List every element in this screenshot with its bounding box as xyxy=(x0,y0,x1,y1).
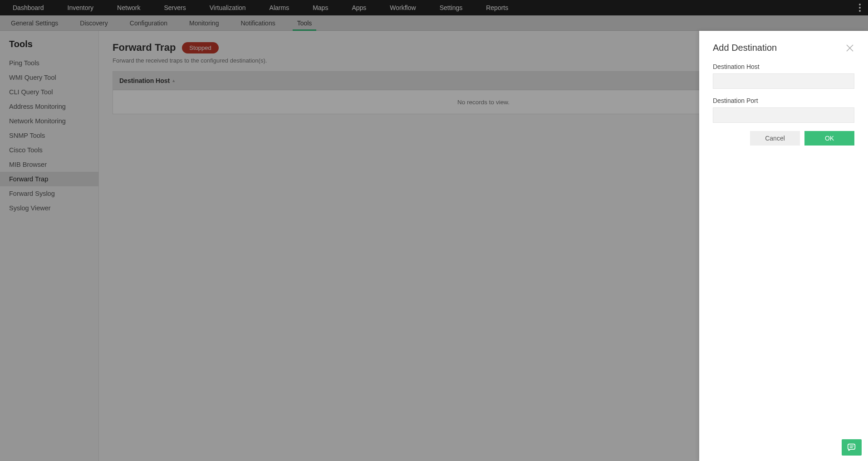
destination-port-label: Destination Port xyxy=(713,97,854,104)
destination-host-input[interactable] xyxy=(713,73,854,89)
panel-title: Add Destination xyxy=(713,43,777,53)
panel-header: Add Destination xyxy=(713,43,854,53)
ok-button[interactable]: OK xyxy=(804,131,854,146)
panel-actions: Cancel OK xyxy=(713,131,854,146)
add-destination-panel: Add Destination Destination Host Destina… xyxy=(699,31,868,461)
destination-port-input[interactable] xyxy=(713,107,854,123)
form-group-port: Destination Port xyxy=(713,97,854,123)
cancel-button[interactable]: Cancel xyxy=(750,131,800,146)
form-group-host: Destination Host xyxy=(713,63,854,89)
modal-overlay[interactable] xyxy=(0,0,699,461)
destination-host-label: Destination Host xyxy=(713,63,854,70)
chat-icon[interactable] xyxy=(842,439,862,456)
modal-overlay-top[interactable] xyxy=(699,0,868,31)
close-icon[interactable] xyxy=(845,44,854,53)
